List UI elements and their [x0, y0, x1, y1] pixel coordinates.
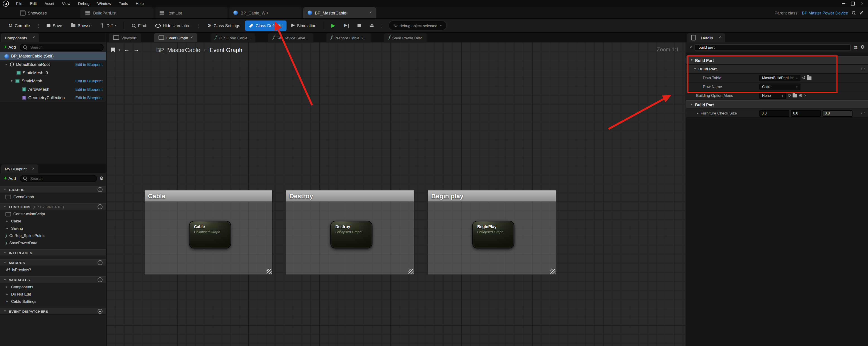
building-option-dropdown[interactable]: None ▾ — [760, 92, 786, 99]
tab-event-graph[interactable]: Event Graph × — [154, 33, 197, 42]
comment-box-begin-play[interactable]: Begin play BeginPlay Collapsed Graph — [427, 190, 557, 275]
comment-header[interactable]: Destroy — [286, 190, 414, 201]
chevron-right-icon[interactable]: ▸ — [5, 300, 9, 303]
tab-prepare-cable[interactable]: ƒ Prepare Cable S... — [326, 33, 371, 42]
save-button[interactable]: Save — [42, 20, 66, 31]
variable-category-cable-settings[interactable]: ▸ Cable Settings — [0, 298, 106, 305]
comment-header[interactable]: Cable — [145, 190, 272, 201]
macro-item-ispreview[interactable]: M IsPreview? — [0, 266, 106, 273]
class-defaults-button[interactable]: Class Defaults — [245, 20, 286, 31]
close-tab-icon[interactable]: × — [369, 11, 372, 15]
edit-parent-class-icon[interactable] — [859, 11, 863, 15]
diff-button[interactable]: Diff ▾ — [97, 20, 120, 31]
add-element-icon[interactable]: ⊕ — [799, 94, 802, 98]
function-item-savepowerdata[interactable]: ƒ SavePowerData — [0, 239, 106, 246]
tree-row-arrowmesh[interactable]: ArrowMesh Edit in Blueprint — [0, 85, 106, 94]
function-category-cable[interactable]: ▸ Cable — [0, 217, 106, 225]
bookmark-icon[interactable] — [111, 47, 115, 52]
add-macro-icon[interactable]: + — [97, 260, 102, 265]
furniture-z-field[interactable] — [823, 110, 852, 116]
function-item-constructionscript[interactable]: ConstructionScript — [0, 210, 106, 217]
browse-to-asset-icon[interactable] — [793, 94, 797, 97]
menu-edit[interactable]: Edit — [26, 0, 41, 7]
edit-in-blueprint-link[interactable]: Edit in Blueprint — [75, 88, 103, 91]
my-blueprint-tab[interactable]: My Blueprint × — [1, 164, 38, 173]
close-icon[interactable]: × — [719, 36, 721, 40]
play-button[interactable]: ▶ — [328, 20, 339, 31]
chevron-right-icon[interactable]: ▸ — [696, 111, 700, 114]
chevron-down-icon[interactable]: ▾ — [10, 80, 13, 82]
eventgraph-item[interactable]: EventGraph — [0, 193, 106, 201]
display-options-icon[interactable]: ▦ — [854, 45, 858, 49]
menu-help[interactable]: Help — [132, 0, 148, 7]
simulation-button[interactable]: ▶ Simulation — [287, 20, 320, 31]
add-function-icon[interactable]: + — [97, 204, 102, 209]
chevron-down-icon[interactable]: ▾ — [119, 48, 120, 51]
menu-asset[interactable]: Asset — [40, 0, 58, 7]
tab-bp-mastercable[interactable]: BP_MasterCable• × — [303, 7, 376, 18]
edit-in-blueprint-link[interactable]: Edit in Blueprint — [75, 63, 103, 66]
play-options-icon[interactable]: ⋮ — [378, 23, 385, 28]
menu-window[interactable]: Window — [93, 0, 115, 7]
forward-arrow-icon[interactable]: → — [133, 47, 139, 53]
components-search-input[interactable] — [29, 44, 100, 49]
function-category-saving[interactable]: ▸ Saving — [0, 225, 106, 232]
details-tab[interactable]: Details × — [687, 33, 725, 42]
breadcrumb-root[interactable]: BP_MasterCable — [156, 46, 200, 53]
collapsed-graph-node-cable[interactable]: Cable Collapsed Graph — [189, 221, 231, 248]
section-variables[interactable]: ▾ VARIABLES + — [0, 276, 106, 283]
clear-value-icon[interactable]: × — [804, 94, 807, 98]
class-settings-button[interactable]: ⚙ Class Settings — [203, 20, 244, 31]
find-button[interactable]: Find — [128, 20, 150, 31]
frame-skip-button[interactable]: ▶ — [340, 20, 352, 31]
tree-row-defaultsceneroot[interactable]: ▾ DefaultSceneRoot Edit in Blueprint — [0, 61, 106, 69]
close-icon[interactable]: × — [32, 167, 35, 171]
settings-gear-icon[interactable]: ⚙ — [99, 176, 104, 181]
my-blueprint-search-input[interactable] — [29, 176, 94, 181]
stop-button[interactable] — [353, 20, 365, 31]
function-item-onrep-splinepoints[interactable]: ƒ OnRep_SplinePoints — [0, 232, 106, 239]
variable-category-components[interactable]: ▸ Components — [0, 283, 106, 290]
comment-header[interactable]: Begin play — [428, 190, 556, 201]
hide-unrelated-button[interactable]: Hide Unrelated — [151, 20, 194, 31]
edit-in-blueprint-link[interactable]: Edit in Blueprint — [75, 79, 103, 83]
tab-viewport[interactable]: Viewport — [108, 33, 141, 42]
add-blueprint-item-button[interactable]: + Add — [2, 176, 18, 181]
parent-class-link[interactable]: BP Master Power Device — [802, 10, 848, 15]
tab-itemlist[interactable]: ItemList — [155, 7, 228, 18]
chevron-down-icon[interactable]: ▾ — [4, 63, 8, 66]
section-functions[interactable]: ▾ FUNCTIONS (137 OVERRIDABLE) + — [0, 203, 106, 210]
close-icon[interactable]: × — [33, 36, 35, 40]
compile-button[interactable]: ↻ Compile — [4, 20, 34, 31]
add-component-button[interactable]: + Add — [2, 44, 18, 49]
close-button[interactable]: × — [857, 0, 867, 7]
hide-unrelated-options-icon[interactable]: ⋮ — [195, 23, 202, 28]
eject-button[interactable] — [366, 20, 377, 31]
back-arrow-icon[interactable]: ← — [124, 47, 129, 53]
tab-save-power-data[interactable]: ƒ Save Power Data — [384, 33, 427, 42]
variable-category-do-not-edit[interactable]: ▸ Do Not Edit — [0, 290, 106, 298]
tab-pes-load-cable[interactable]: ƒ PES Load Cable... — [211, 33, 255, 42]
tab-bp-cable-wi[interactable]: BP_Cable_WI• — [229, 7, 302, 18]
details-search-input[interactable] — [698, 45, 848, 50]
section-interfaces[interactable]: ▾ INTERFACES — [0, 249, 106, 256]
tab-buildpartlist[interactable]: BuildPartList — [81, 7, 154, 18]
furniture-x-field[interactable] — [760, 110, 789, 116]
chevron-right-icon[interactable]: ▸ — [5, 227, 9, 230]
edit-in-blueprint-link[interactable]: Edit in Blueprint — [75, 96, 103, 100]
section-graphs[interactable]: ▾ GRAPHS + — [0, 186, 106, 193]
chevron-right-icon[interactable]: ▸ — [5, 285, 9, 288]
reset-to-default-icon[interactable]: ↩ — [861, 67, 865, 71]
furniture-y-field[interactable] — [791, 110, 821, 116]
tab-set-device-save[interactable]: ƒ Set Device Save... — [268, 33, 313, 42]
graph-canvas[interactable]: ▾ ← → BP_MasterCable › Event Graph Zoom … — [106, 42, 686, 346]
comment-box-destroy[interactable]: Destroy Destroy Collapsed Graph — [285, 190, 415, 275]
menu-debug[interactable]: Debug — [74, 0, 93, 7]
debug-object-dropdown[interactable]: No debug object selected ▾ — [389, 21, 446, 30]
maximize-button[interactable] — [848, 0, 858, 7]
collapsed-graph-node-beginplay[interactable]: BeginPlay Collapsed Graph — [472, 221, 515, 248]
close-tab-icon[interactable]: × — [190, 36, 193, 40]
components-tab[interactable]: Components × — [1, 33, 39, 42]
tree-row-geometrycollection[interactable]: GeometryCollection Edit in Blueprint — [0, 94, 106, 102]
tree-row-staticmesh[interactable]: ▾ StaticMesh Edit in Blueprint — [0, 77, 106, 85]
